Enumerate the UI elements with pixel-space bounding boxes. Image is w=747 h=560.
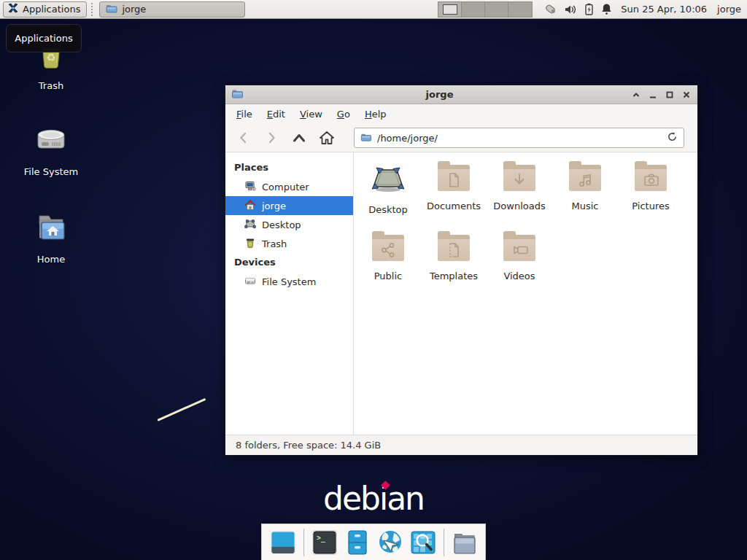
pathbar-folder-icon: [360, 131, 372, 144]
workspace-pager[interactable]: [438, 1, 533, 18]
file-item-label: Downloads: [493, 201, 545, 211]
home-folder-icon: [33, 210, 69, 249]
desktop-icon-home[interactable]: Home: [6, 210, 96, 265]
menu-edit[interactable]: Edit: [260, 106, 292, 122]
sidebar-item-desktop[interactable]: Desktop: [225, 215, 353, 234]
folder-icon-templates: [437, 231, 471, 265]
folder-icon-public: [371, 231, 405, 265]
panel-clock[interactable]: Sun 25 Apr, 10:06: [621, 4, 707, 15]
svg-text:♻: ♻: [46, 51, 55, 64]
workspace-4[interactable]: [508, 2, 532, 17]
desktop-line-artifact: [157, 398, 206, 421]
battery-icon[interactable]: [584, 3, 594, 15]
bottom-dock: >_: [261, 524, 486, 560]
file-item-label: Videos: [503, 271, 535, 281]
statusbar-text: 8 folders, Free space: 14.4 GiB: [236, 440, 381, 451]
taskbar-window-label: jorge: [122, 4, 146, 15]
dock-separator: [444, 529, 444, 556]
workspace-3[interactable]: [485, 2, 508, 17]
menu-file[interactable]: File: [230, 106, 259, 122]
notification-bell-icon[interactable]: [601, 3, 612, 15]
panel-username[interactable]: jorge: [717, 4, 741, 15]
terminal-launcher[interactable]: >_: [311, 529, 338, 556]
desktop-root: { "panel": { "applications_label": "Appl…: [0, 0, 747, 560]
svg-text:♻: ♻: [248, 241, 252, 246]
maximize-button[interactable]: [665, 90, 675, 100]
location-bar[interactable]: /home/jorge/: [354, 128, 684, 148]
sidebar-item-jorge[interactable]: jorge: [225, 196, 353, 215]
home-button[interactable]: [316, 128, 338, 148]
window-content: Places Computer: [225, 152, 697, 435]
sidebar-item-label: jorge: [262, 201, 286, 211]
minimize-button[interactable]: [648, 90, 658, 100]
statusbar: 8 folders, Free space: 14.4 GiB: [225, 435, 697, 455]
file-item-public[interactable]: Public: [355, 230, 421, 300]
toolbar: /home/jorge/: [225, 124, 697, 152]
desktop-surface-icon: [244, 218, 256, 232]
desktop-icon-file-system[interactable]: File System: [6, 122, 96, 177]
file-item-desktop[interactable]: Desktop: [355, 160, 421, 230]
file-item-label: Desktop: [368, 204, 408, 215]
workspace-2[interactable]: [462, 2, 485, 17]
up-button[interactable]: [288, 128, 310, 148]
debian-red-diamond: [381, 481, 390, 490]
applications-tooltip: Applications: [6, 24, 82, 52]
removable-device-icon[interactable]: [543, 3, 557, 16]
directory-menu-launcher[interactable]: [451, 529, 479, 556]
volume-icon[interactable]: [565, 4, 577, 15]
tooltip-text: Applications: [15, 33, 72, 44]
file-item-music[interactable]: Music: [552, 160, 618, 230]
file-item-label: Pictures: [632, 201, 669, 211]
icon-grid: Desktop Documents: [355, 160, 691, 300]
sidebar-item-label: Computer: [262, 182, 309, 192]
forward-button[interactable]: [260, 128, 282, 148]
taskbar-window-button[interactable]: jorge: [99, 1, 245, 18]
folder-icon-downloads: [503, 161, 536, 195]
desktop-surface-icon: [371, 161, 406, 198]
file-item-documents[interactable]: Documents: [421, 160, 487, 230]
file-item-videos[interactable]: Videos: [487, 230, 552, 300]
file-item-label: Documents: [427, 201, 481, 211]
sidebar-item-computer[interactable]: Computer: [225, 177, 353, 196]
web-browser-launcher[interactable]: [376, 529, 404, 556]
shade-button[interactable]: [631, 90, 641, 100]
file-item-label: Music: [572, 201, 599, 211]
window-folder-icon: [231, 88, 244, 101]
file-item-pictures[interactable]: Pictures: [618, 160, 684, 230]
show-desktop-button[interactable]: [269, 529, 297, 556]
sidebar-devices-header: Devices: [225, 253, 353, 272]
application-finder-launcher[interactable]: [409, 529, 437, 556]
close-button[interactable]: [681, 90, 692, 100]
menubar: File Edit View Go Help: [225, 104, 697, 124]
file-item-label: Public: [374, 271, 402, 281]
computer-icon: [244, 180, 256, 194]
xfce-logo-icon: [7, 2, 19, 16]
reload-icon[interactable]: [667, 131, 678, 144]
applications-menu-button[interactable]: Applications: [3, 1, 87, 18]
file-item-downloads[interactable]: Downloads: [487, 160, 552, 230]
drive-small-icon: [244, 275, 256, 289]
menu-view[interactable]: View: [293, 106, 329, 122]
sidebar-item-label: File System: [262, 276, 316, 287]
titlebar[interactable]: jorge: [225, 85, 697, 104]
menu-help[interactable]: Help: [358, 106, 393, 122]
back-button[interactable]: [233, 128, 255, 148]
home-icon: [244, 199, 256, 213]
sidebar-item-trash[interactable]: ♻ Trash: [225, 234, 353, 253]
file-item-label: Templates: [430, 271, 478, 281]
svg-text:>_: >_: [317, 534, 326, 542]
sidebar-item-file-system[interactable]: File System: [225, 272, 353, 291]
folder-icon-pictures: [634, 161, 667, 195]
applications-menu-label: Applications: [23, 4, 80, 15]
sidebar-item-label: Trash: [262, 238, 287, 249]
menu-go[interactable]: Go: [330, 106, 357, 122]
panel-handle[interactable]: [91, 3, 95, 16]
location-input[interactable]: /home/jorge/: [377, 133, 662, 144]
file-view[interactable]: Desktop Documents: [354, 152, 697, 435]
file-item-templates[interactable]: Templates: [421, 230, 487, 300]
file-manager-launcher[interactable]: [344, 529, 371, 556]
folder-icon-music: [568, 161, 602, 195]
sidebar: Places Computer: [225, 152, 354, 435]
sidebar-places-header: Places: [225, 158, 353, 177]
workspace-1[interactable]: [438, 2, 462, 17]
